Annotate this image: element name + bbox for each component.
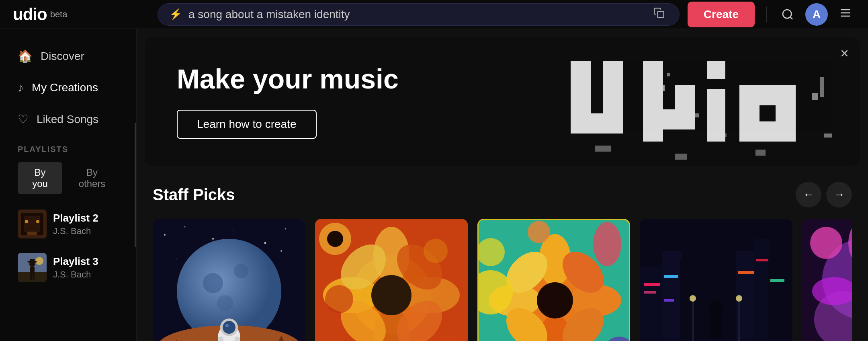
hero-title: Make your music	[177, 64, 399, 94]
svg-point-69	[225, 324, 229, 327]
beta-label: beta	[50, 9, 68, 20]
staff-pick-card-1[interactable]	[153, 219, 305, 341]
search-bar: ⚡	[158, 3, 680, 26]
main-layout: 🏠 Discover ♪ My Creations ♡ Liked Songs …	[0, 29, 868, 341]
svg-rect-110	[662, 251, 682, 341]
svg-point-101	[537, 282, 573, 318]
svg-rect-117	[664, 275, 678, 278]
section-title: Staff Picks	[153, 186, 235, 204]
svg-point-59	[203, 273, 223, 293]
svg-rect-116	[644, 291, 656, 294]
svg-point-144	[810, 227, 842, 259]
scroll-indicator	[135, 123, 136, 247]
staff-pick-card-4[interactable]	[640, 219, 792, 341]
logo-area: udio beta	[13, 5, 149, 24]
section-header: Staff Picks ← →	[153, 182, 852, 207]
svg-rect-33	[707, 61, 725, 79]
topbar-icons: A	[778, 3, 855, 26]
svg-point-89	[325, 285, 353, 313]
search-input[interactable]	[188, 8, 644, 21]
staff-picks-section: Staff Picks ← →	[137, 174, 868, 341]
sidebar: 🏠 Discover ♪ My Creations ♡ Liked Songs …	[0, 29, 137, 341]
svg-point-52	[264, 242, 266, 244]
topbar-divider	[766, 6, 767, 23]
user-avatar-button[interactable]: A	[805, 3, 828, 26]
svg-rect-34	[707, 89, 725, 142]
svg-point-133	[736, 295, 742, 302]
playlist-2-name: Playlist 2	[53, 212, 119, 224]
svg-point-90	[424, 239, 448, 263]
playlist-3-thumbnail	[18, 253, 47, 282]
hero-close-button[interactable]: ×	[840, 45, 849, 62]
svg-rect-121	[770, 279, 784, 282]
svg-rect-0	[657, 12, 663, 18]
hero-content: Make your music Learn how to create	[145, 40, 431, 163]
svg-point-48	[164, 234, 166, 236]
staff-pick-card-5[interactable]	[802, 219, 852, 341]
playlist-3-info: Playlist 3 J.S. Bach	[53, 255, 119, 280]
svg-point-60	[234, 264, 248, 278]
svg-point-9	[36, 220, 39, 223]
svg-rect-38	[776, 85, 796, 142]
create-button[interactable]: Create	[688, 2, 755, 27]
playlist-item-2[interactable]: Playlist 2 J.S. Bach	[10, 204, 127, 244]
svg-point-50	[212, 238, 214, 240]
playlist-3-name: Playlist 3	[53, 255, 119, 268]
sidebar-item-my-creations[interactable]: ♪ My Creations	[10, 74, 127, 102]
svg-rect-7	[24, 216, 40, 232]
staff-pick-card-2[interactable]	[315, 219, 468, 341]
learn-how-button[interactable]: Learn how to create	[177, 110, 317, 139]
svg-point-86	[327, 231, 343, 247]
svg-point-55	[280, 250, 282, 252]
prev-arrow-button[interactable]: ←	[796, 182, 821, 207]
cards-grid	[153, 219, 852, 341]
svg-point-8	[25, 220, 28, 223]
menu-button[interactable]	[836, 3, 855, 26]
svg-rect-130	[692, 299, 694, 341]
sidebar-item-liked-songs-label: Liked Songs	[37, 113, 98, 126]
playlist-2-thumbnail	[18, 210, 47, 238]
svg-point-51	[233, 230, 233, 231]
svg-rect-20	[33, 274, 35, 280]
svg-point-131	[690, 295, 696, 302]
svg-rect-118	[664, 299, 674, 302]
clipboard-button[interactable]	[650, 4, 668, 25]
svg-point-84	[371, 275, 411, 315]
svg-rect-41	[812, 93, 818, 100]
svg-point-68	[223, 321, 235, 334]
svg-rect-132	[738, 299, 740, 341]
playlist-tabs: By you By others	[10, 162, 127, 201]
search-button[interactable]	[778, 5, 797, 24]
svg-rect-42	[820, 77, 824, 97]
svg-rect-44	[595, 146, 611, 152]
staff-pick-card-3[interactable]	[477, 219, 630, 341]
lightning-icon: ⚡	[169, 8, 182, 21]
svg-rect-127	[710, 311, 722, 339]
sidebar-item-my-creations-label: My Creations	[32, 81, 98, 94]
home-icon: 🏠	[18, 49, 33, 63]
svg-point-49	[184, 226, 186, 228]
svg-rect-39	[695, 113, 699, 117]
svg-rect-32	[675, 85, 695, 129]
svg-rect-129	[711, 304, 721, 308]
svg-point-53	[285, 228, 286, 230]
logo: udio	[13, 5, 47, 24]
svg-rect-43	[824, 134, 832, 138]
main-content: Make your music Learn how to create ×	[137, 29, 868, 341]
svg-rect-45	[675, 154, 687, 160]
sidebar-item-discover[interactable]: 🏠 Discover	[10, 42, 127, 70]
heart-icon: ♡	[18, 112, 29, 126]
svg-rect-10	[27, 232, 37, 235]
next-arrow-button[interactable]: →	[826, 182, 852, 207]
svg-rect-113	[754, 239, 770, 341]
svg-rect-27	[667, 73, 670, 76]
tab-by-you[interactable]: By you	[18, 162, 62, 194]
tab-by-others[interactable]: By others	[66, 162, 119, 194]
svg-point-106	[593, 222, 621, 266]
playlist-2-author: J.S. Bach	[53, 226, 119, 236]
playlist-item-3[interactable]: Playlist 3 J.S. Bach	[10, 247, 127, 288]
sidebar-item-liked-songs[interactable]: ♡ Liked Songs	[10, 105, 127, 134]
svg-point-54	[176, 259, 177, 259]
svg-rect-115	[644, 283, 660, 286]
svg-rect-19	[30, 274, 32, 280]
